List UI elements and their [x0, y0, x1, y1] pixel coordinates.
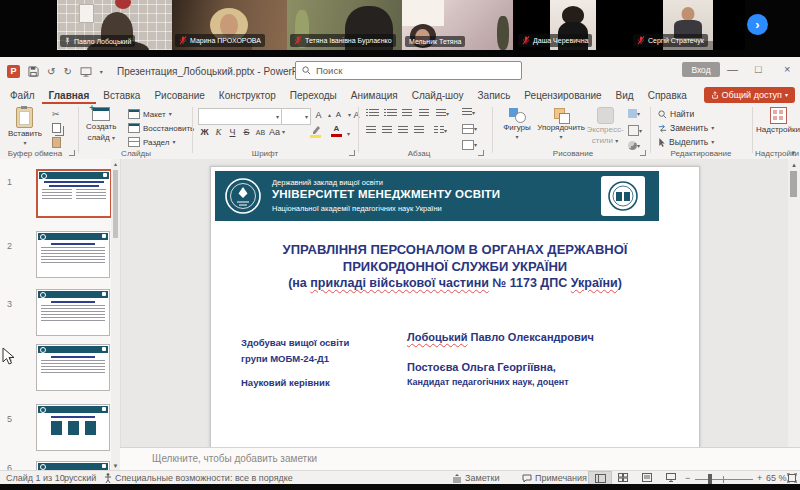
- find-button[interactable]: Найти: [658, 109, 694, 119]
- shapes-button[interactable]: Фигуры ▾: [500, 107, 534, 140]
- format-painter-button[interactable]: [52, 137, 61, 148]
- shape-fill-button[interactable]: ▾: [628, 109, 640, 118]
- bullets-button[interactable]: [366, 109, 379, 118]
- participant-tile-pavlo[interactable]: Павло Лобоцький: [57, 0, 172, 50]
- thumbnail-scrollbar[interactable]: ▴ ▼: [111, 159, 120, 470]
- accessibility-item[interactable]: Специальные возможности: все в порядке: [104, 473, 293, 483]
- slide-thumbnail-5[interactable]: [36, 404, 110, 451]
- tab-draw[interactable]: Рисование: [147, 88, 211, 104]
- bold-button[interactable]: Ж: [198, 127, 211, 137]
- increase-indent-button[interactable]: [419, 109, 429, 118]
- scroll-down-icon[interactable]: ▼: [111, 463, 120, 469]
- collapse-ribbon-icon[interactable]: ▾: [791, 149, 795, 157]
- slide-area-scrollbar[interactable]: ▴: [788, 159, 800, 470]
- font-name-combo[interactable]: ▾: [198, 108, 282, 125]
- drawing-dialog-launcher[interactable]: [640, 150, 646, 156]
- layout-button[interactable]: Макет▾: [128, 109, 172, 119]
- font-size-combo[interactable]: ▾: [281, 108, 311, 125]
- slideshow-view-button[interactable]: [660, 471, 682, 484]
- tab-animations[interactable]: Анимация: [344, 88, 405, 104]
- grow-font-button[interactable]: А▴: [312, 110, 331, 120]
- slide-canvas[interactable]: Державний заклад вищої освіти УНІВЕРСИТЕ…: [210, 166, 700, 449]
- powerpoint-app-icon[interactable]: P: [7, 65, 20, 78]
- slide-right-column[interactable]: Лобоцький Павло Олександрович Постоєва О…: [407, 331, 594, 387]
- minimize-button[interactable]: —: [727, 63, 738, 76]
- slide-left-column[interactable]: Здобувач вищої освіти групи МОБМ-24-Д1 Н…: [241, 335, 349, 391]
- slide-thumbnail-1[interactable]: [36, 169, 112, 218]
- reading-view-button[interactable]: [636, 471, 658, 484]
- sign-in-button[interactable]: Вход: [682, 62, 720, 77]
- share-button[interactable]: Общий доступ ▾: [704, 87, 795, 103]
- slide-thumbnail-3[interactable]: [36, 289, 110, 336]
- addins-button[interactable]: Надстройки: [758, 107, 798, 135]
- tab-transitions[interactable]: Переходы: [283, 88, 344, 104]
- new-slide-button[interactable]: + Создать слайд ▾: [86, 107, 116, 142]
- participant-tile-serhii[interactable]: Сергій Стратечук: [630, 0, 745, 50]
- tab-home[interactable]: Главная: [42, 88, 97, 104]
- convert-smartart-button[interactable]: ▾: [462, 140, 477, 150]
- zoom-slider-thumb[interactable]: [708, 474, 712, 484]
- undo-icon[interactable]: ↺: [47, 67, 55, 77]
- select-button[interactable]: Выделить ▾: [658, 137, 714, 147]
- tab-file[interactable]: Файл: [3, 88, 42, 104]
- shape-outline-button[interactable]: ▾: [628, 125, 642, 136]
- notes-toggle[interactable]: Заметки: [452, 473, 499, 483]
- customize-qat-icon[interactable]: ▾: [100, 69, 103, 75]
- zoom-slider-track[interactable]: [695, 479, 753, 480]
- tab-record[interactable]: Запись: [471, 88, 518, 104]
- quick-styles-button[interactable]: Экспресс- стили ▾: [588, 107, 622, 145]
- align-right-button[interactable]: [398, 126, 408, 135]
- scroll-up-icon[interactable]: ▴: [111, 160, 120, 167]
- participant-tile-melnyk[interactable]: Мельник Тетяна: [402, 0, 513, 50]
- character-spacing-button[interactable]: АВ: [254, 129, 267, 136]
- strikethrough-button[interactable]: S: [240, 127, 253, 137]
- save-icon[interactable]: [28, 66, 39, 77]
- line-spacing-button[interactable]: ▾: [436, 109, 449, 118]
- paste-button[interactable]: Вставить ▾: [8, 107, 42, 146]
- shape-effects-button[interactable]: ▾: [628, 141, 640, 150]
- text-direction-button[interactable]: ▾: [462, 108, 475, 117]
- reset-button[interactable]: Восстановить: [128, 123, 194, 133]
- zoom-level[interactable]: 65 %: [766, 473, 787, 483]
- decrease-indent-button[interactable]: [402, 109, 412, 118]
- align-text-button[interactable]: ▾: [462, 124, 477, 134]
- maximize-button[interactable]: □: [755, 63, 762, 76]
- participant-tile-maryna[interactable]: Марина ПРОХОРОВА: [172, 0, 287, 50]
- zoom-in-button[interactable]: +: [757, 473, 762, 483]
- redo-icon[interactable]: ↻: [63, 67, 71, 77]
- tab-slideshow[interactable]: Слайд-шоу: [405, 88, 471, 104]
- language-indicator[interactable]: русский: [64, 473, 96, 483]
- fit-to-window-button[interactable]: [787, 473, 797, 483]
- underline-button[interactable]: Ч: [226, 127, 239, 137]
- align-left-button[interactable]: [366, 126, 376, 135]
- scroll-up-icon[interactable]: ▴: [788, 161, 800, 169]
- change-case-button[interactable]: Аа: [268, 127, 281, 137]
- copy-button[interactable]: [52, 123, 61, 133]
- clipboard-dialog-launcher[interactable]: [69, 150, 75, 156]
- participant-tile-dasha[interactable]: Даша Черевична: [515, 0, 630, 50]
- zoom-out-button[interactable]: −: [685, 473, 690, 483]
- font-dialog-launcher[interactable]: [349, 150, 355, 156]
- replace-button[interactable]: Заменить ▾: [658, 123, 714, 133]
- participant-tile-tetiana-b[interactable]: Тетяна Іванівна Бурлаєнко: [287, 0, 402, 50]
- comments-toggle[interactable]: Примечания: [522, 473, 587, 483]
- clear-formatting-button[interactable]: А: [350, 110, 363, 120]
- italic-button[interactable]: К: [212, 127, 225, 137]
- highlight-color-button[interactable]: [310, 125, 321, 138]
- slide-sorter-button[interactable]: [612, 471, 634, 484]
- present-icon[interactable]: [80, 67, 92, 77]
- scrollbar-thumb[interactable]: [790, 171, 797, 197]
- arrange-button[interactable]: Упорядочить ▾: [538, 107, 584, 140]
- columns-button[interactable]: ▾: [434, 126, 447, 135]
- tab-insert[interactable]: Вставка: [96, 88, 147, 104]
- notes-pane[interactable]: Щелкните, чтобы добавить заметки: [120, 447, 800, 471]
- paragraph-dialog-launcher[interactable]: [478, 150, 484, 156]
- font-color-dropdown[interactable]: ▾: [347, 131, 350, 137]
- align-center-button[interactable]: [382, 126, 392, 135]
- section-button[interactable]: Раздел▾: [128, 137, 175, 147]
- slide-thumbnail-4[interactable]: [36, 344, 110, 391]
- font-color-button[interactable]: А: [330, 124, 343, 137]
- scrollbar-thumb[interactable]: [113, 170, 118, 238]
- shrink-font-button[interactable]: А▾: [332, 110, 351, 119]
- justify-button[interactable]: [414, 126, 424, 135]
